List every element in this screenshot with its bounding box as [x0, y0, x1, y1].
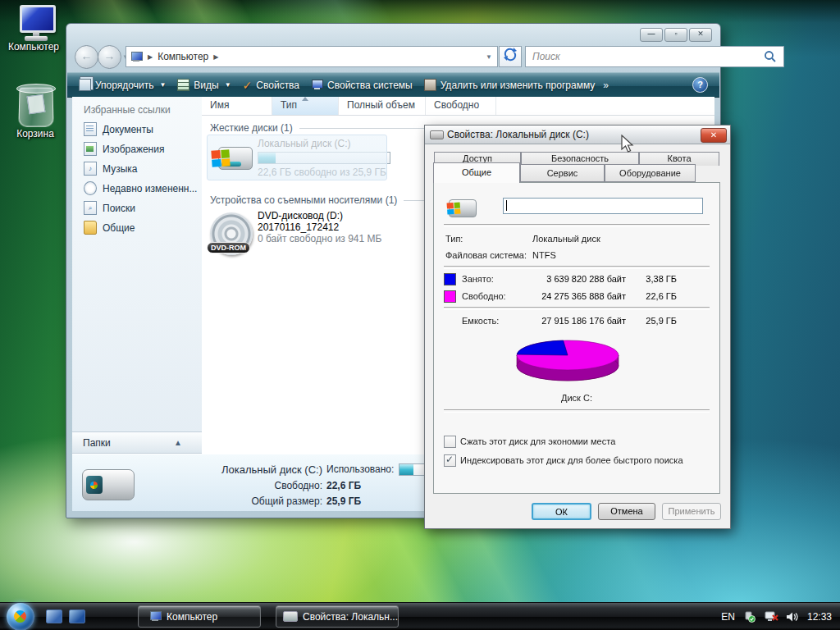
details-drive-title: Локальный диск (C:)	[142, 463, 322, 476]
recycle-bin-icon	[15, 82, 56, 128]
language-indicator[interactable]: EN	[721, 611, 735, 623]
security-status-icon[interactable]	[743, 611, 756, 623]
used-bytes: 3 639 820 288 байт	[524, 274, 626, 284]
breadcrumb-arrow-icon[interactable]: ▶	[213, 53, 218, 61]
views-button[interactable]: Виды▼	[177, 79, 231, 91]
navigation-bar: ← → ▼ ▶ Компьютер ▶ ▼ Поиск	[66, 43, 720, 71]
breadcrumb-arrow-icon[interactable]: ▶	[148, 53, 153, 61]
index-disk-label: Индексировать этот диск для более быстро…	[460, 455, 683, 465]
sidebar-item-music[interactable]: ♪ Музыка	[84, 162, 202, 176]
tab-general[interactable]: Общие	[433, 162, 520, 183]
sidebar-item-recent[interactable]: Недавно измененн...	[84, 181, 202, 195]
separator	[444, 409, 710, 413]
computer-icon	[130, 52, 143, 62]
separator	[444, 266, 710, 269]
checkmark-icon: ✓	[243, 79, 253, 92]
separator	[444, 307, 710, 310]
details-total-value: 25,9 ГБ	[326, 495, 361, 507]
free-label: Свободно:	[462, 291, 506, 301]
type-label: Тип:	[445, 234, 463, 244]
volume-label-input[interactable]	[503, 198, 703, 214]
command-toolbar: Упорядочить▼ Виды▼ ✓ Свойства Свойства с…	[67, 72, 719, 98]
organize-button[interactable]: Упорядочить▼	[79, 79, 166, 91]
network-status-icon[interactable]	[765, 611, 778, 623]
filesystem-label: Файловая система:	[445, 250, 527, 260]
compress-disk-checkbox[interactable]	[444, 436, 456, 448]
tab-hardware[interactable]: Оборудование	[605, 164, 696, 182]
column-free-space[interactable]: Свободно	[426, 97, 496, 115]
hard-drive-icon-large	[82, 466, 136, 502]
tab-tools[interactable]: Сервис	[520, 164, 605, 182]
properties-dialog: Свойства: Локальный диск (C:) ✕ Доступ Б…	[424, 125, 731, 529]
index-disk-checkbox[interactable]: ✓	[444, 454, 456, 467]
type-value: Локальный диск	[532, 234, 600, 244]
system-properties-button[interactable]: Свойства системы	[311, 80, 413, 91]
close-button[interactable]: ✕	[689, 28, 712, 42]
dialog-titlebar[interactable]: Свойства: Локальный диск (C:) ✕	[425, 126, 730, 144]
taskbar-button-computer[interactable]: Компьютер	[138, 605, 261, 628]
sidebar-item-pictures[interactable]: Изображения	[84, 142, 202, 156]
dialog-title: Свойства: Локальный диск (C:)	[447, 129, 589, 140]
maximize-button[interactable]: ▫	[664, 28, 687, 42]
sidebar-item-documents[interactable]: Документы	[84, 122, 202, 136]
folders-band[interactable]: Папки ▲	[72, 431, 202, 454]
quicklaunch-show-desktop-icon[interactable]	[46, 609, 62, 623]
cancel-button[interactable]: Отмена	[598, 503, 655, 520]
drive-icon	[445, 196, 478, 219]
sidebar-item-public[interactable]: Общие	[84, 221, 202, 235]
breadcrumb-location[interactable]: Компьютер	[158, 51, 208, 62]
capacity-size: 25,9 ГБ	[631, 316, 677, 326]
chevron-down-icon: ▼	[225, 81, 231, 89]
sidebar-item-searches[interactable]: ⌕ Поиски	[84, 201, 202, 215]
hard-drive-icon	[212, 142, 251, 173]
taskbar-clock[interactable]: 12:33	[807, 611, 832, 623]
used-size: 3,38 ГБ	[631, 274, 677, 284]
desktop-icon-recycle-bin[interactable]: Корзина	[7, 82, 64, 139]
chevron-up-icon: ▲	[174, 438, 182, 447]
help-button[interactable]: ?	[692, 77, 708, 93]
apply-button[interactable]: Применить	[662, 503, 721, 520]
search-icon[interactable]	[764, 50, 777, 63]
address-dropdown-icon[interactable]: ▼	[486, 53, 492, 61]
desktop-icon-computer[interactable]: Компьютер	[5, 5, 62, 52]
address-bar[interactable]: ▶ Компьютер ▶ ▼	[126, 46, 498, 67]
ok-button[interactable]: ОК	[532, 503, 591, 520]
taskbar: Компьютер Свойства: Локальн... EN	[0, 602, 840, 630]
uninstall-program-button[interactable]: Удалить или изменить программу	[424, 79, 596, 91]
search-folder-icon: ⌕	[84, 201, 97, 215]
pictures-icon	[84, 142, 97, 156]
checkmark-icon: ✓	[445, 454, 454, 465]
capacity-label: Емкость:	[462, 316, 499, 326]
properties-button[interactable]: ✓ Свойства	[243, 79, 299, 92]
documents-icon	[84, 122, 97, 136]
separator	[444, 224, 710, 227]
details-used-label: Использовано:	[326, 463, 394, 476]
search-input[interactable]: Поиск	[525, 46, 784, 67]
quicklaunch-switch-windows-icon[interactable]	[69, 609, 85, 623]
disk-usage-pie-chart	[506, 334, 629, 386]
taskbar-button-properties[interactable]: Свойства: Локальн...	[276, 605, 399, 628]
free-legend-swatch	[444, 290, 456, 303]
minimize-button[interactable]: —	[640, 28, 663, 42]
system-tray: EN 12:33	[721, 611, 832, 623]
music-icon: ♪	[84, 162, 97, 176]
dvd-rom-badge: DVD-ROM	[207, 242, 250, 253]
toolbar-overflow-button[interactable]: »	[603, 80, 609, 91]
computer-icon	[15, 5, 52, 41]
forward-button[interactable]: →	[98, 45, 121, 69]
back-button[interactable]: ←	[75, 45, 98, 69]
compress-disk-label: Сжать этот диск для экономии места	[460, 436, 615, 446]
start-button[interactable]	[7, 603, 34, 630]
refresh-button[interactable]	[499, 46, 522, 67]
column-total-size[interactable]: Полный объем	[339, 97, 426, 115]
details-free-value: 22,6 ГБ	[326, 480, 361, 491]
mouse-cursor	[621, 135, 639, 154]
used-legend-swatch	[444, 273, 456, 285]
volume-icon[interactable]	[786, 611, 799, 623]
column-name[interactable]: Имя	[202, 97, 272, 115]
dialog-close-button[interactable]: ✕	[701, 128, 727, 143]
search-placeholder: Поиск	[532, 51, 764, 62]
column-type[interactable]: Тип	[272, 97, 339, 115]
details-total-label: Общий размер:	[142, 495, 322, 507]
column-headers: Имя Тип Полный объем Свободно	[202, 97, 714, 116]
